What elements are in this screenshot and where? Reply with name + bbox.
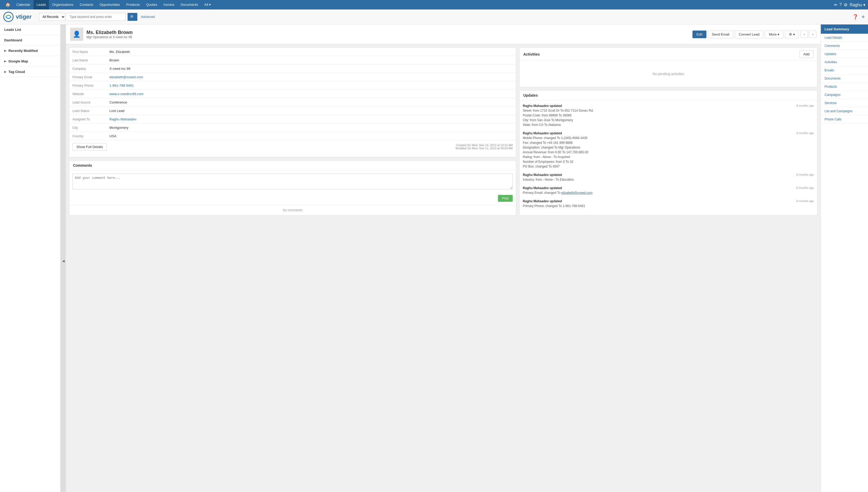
table-row: Websitewww.x-ceedinc99.com [69,90,516,98]
tag-cloud-arrow: ▶ [4,70,6,73]
right-sidebar-item[interactable]: Emails [821,66,868,75]
add-activity-button[interactable]: Add [799,50,814,58]
sidebar-item-tag-cloud[interactable]: ▶ Tag Cloud [0,67,61,77]
update-detail: Industry: from --None-- To Education [523,177,814,182]
sidebar-section-leads-list: Leads List [0,24,61,35]
update-detail: Primary Phone: changed To 1-961-788-5461 [523,204,814,208]
logo: vtiger [3,11,32,22]
table-row: Lead SourceConference [69,98,516,107]
field-value[interactable]: 1-961-788-5461 [106,81,516,90]
right-sidebar-header: Lead Summary [821,24,868,34]
show-full-details-button[interactable]: Show Full Details [72,143,107,151]
field-label: Company [69,65,106,73]
field-value[interactable]: www.x-ceedinc99.com [106,90,516,98]
convert-lead-button[interactable]: Convert Lead [735,30,764,38]
right-sidebar-item[interactable]: Activities [821,58,868,66]
nav-item-quotes[interactable]: Quotes [143,0,160,9]
home-icon[interactable]: 🏠 [3,0,13,9]
user-menu[interactable]: Raghu ▾ [849,2,865,7]
sidebar-item-recently-modified[interactable]: ▶ Recently Modified [0,46,61,56]
table-row: Assigned ToRaghu Mahaadev [69,115,516,124]
advanced-search-link[interactable]: Advanced [141,15,155,19]
next-record-button[interactable]: › [809,30,816,38]
nav-item-organizations[interactable]: Organizations [49,0,76,9]
update-detail: Primary Email: changed To elizabeth@xcee… [523,191,814,195]
field-value[interactable]: Raghu Mahaadev [106,115,516,124]
right-sidebar-item[interactable]: Services [821,99,868,107]
nav-item-invoice[interactable]: Invoice [160,0,178,9]
nav-item-leads[interactable]: Leads [33,0,49,9]
record-header: 👤 Ms. Elizabeth Brown Mgr Operations at … [66,24,821,44]
update-entry: Raghu Mahaadev updated6 months agoIndust… [523,173,814,182]
right-sidebar-item[interactable]: Phone Calls [821,115,868,124]
update-detail: PO Box: changed To 4567 [523,164,814,169]
post-comment-button[interactable]: Post [498,195,513,202]
help-icon[interactable]: ? [840,2,842,7]
update-detail: Fax: changed To +44 161 999 8888 [523,140,814,145]
sidebar-section-recently-modified: ▶ Recently Modified [0,46,61,56]
update-entry: Raghu Mahaadev updated4 months agoStreet… [523,103,814,127]
edit-icon[interactable]: ✏ [834,2,838,7]
modified-on-text: Modified On Mon, Nov 11, 2013 at 09:03 A… [72,147,513,150]
edit-button[interactable]: Edit [693,30,706,38]
activities-content: No pending activities [519,61,817,87]
sidebar-item-google-map[interactable]: ▶ Google Map [0,56,61,66]
content-area: 👤 Ms. Elizabeth Brown Mgr Operations at … [66,24,821,492]
sidebar-collapse-button[interactable]: ◀ [61,24,66,492]
right-sidebar-item[interactable]: List and Campaigns [821,107,868,115]
record-title: Ms. Elizabeth Brown Mgr Operations at X-… [87,30,133,39]
nav-item-calendar[interactable]: Calendar [13,0,33,9]
nav-item-contacts[interactable]: Contacts [76,0,96,9]
main-layout: Leads List Dashboard ▶ Recently Modified… [0,24,868,492]
nav-item-all[interactable]: All ▾ [201,0,214,9]
svg-point-0 [4,12,13,22]
field-value: Brown [106,56,516,65]
details-panel: First NameMs. ElizabethLast NameBrownCom… [69,47,516,157]
field-value[interactable]: elizabeth@xceed.com [106,73,516,81]
table-row: Last NameBrown [69,56,516,65]
field-label: Lead Source [69,98,106,107]
prev-record-button[interactable]: ‹ [800,30,808,38]
top-navigation: 🏠 Calendar Leads Organizations Contacts … [0,0,868,9]
search-bar-right-icons: ❓ + [852,14,865,20]
help-circle-icon[interactable]: ❓ [852,14,858,20]
sidebar-item-dashboard[interactable]: Dashboard [0,35,61,45]
right-sidebar-item[interactable]: Lead Details [821,34,868,42]
comment-textarea[interactable] [72,174,513,189]
update-time: 6 months ago [796,173,814,177]
right-sidebar-item[interactable]: Updates [821,50,868,58]
field-label: Primary Phone [69,81,106,90]
update-entry: Raghu Mahaadev updated4 months agoMobile… [523,131,814,169]
send-email-button[interactable]: Send Email [708,30,733,38]
field-value: Lost Lead [106,107,516,115]
search-button[interactable]: 🔍 [127,13,137,21]
right-sidebar-item[interactable]: Products [821,83,868,91]
tag-cloud-label: Tag Cloud [8,70,25,74]
nav-item-opportunities[interactable]: Opportunities [96,0,123,9]
record-subtitle: Mgr Operations at X-ceed inc 99 [87,35,133,39]
update-time: 4 months ago [796,103,814,108]
update-detail: Annual Revenue: from 0.00 To 147,700,665… [523,150,814,155]
recently-modified-label: Recently Modified [8,49,38,53]
add-icon[interactable]: + [862,14,865,20]
table-row: CompanyX-ceed inc 99 [69,65,516,73]
update-detail: Street: from 1715 Scott Dr To 652-7114 D… [523,108,814,113]
wrench-button[interactable]: ⚙ ▾ [785,30,799,38]
nav-item-products[interactable]: Products [123,0,143,9]
search-scope-select[interactable]: All Records [39,13,65,21]
header-actions: Edit Send Email Convert Lead More ▾ ⚙ ▾ … [693,30,816,38]
update-entry: Raghu Mahaadev updated6 months agoPrimar… [523,186,814,195]
settings-icon[interactable]: ⚙ [844,2,847,7]
sidebar-item-leads-list[interactable]: Leads List [0,24,61,35]
search-input[interactable] [68,13,125,21]
field-label: City [69,124,106,132]
nav-item-documents[interactable]: Documents [178,0,201,9]
right-sidebar-item[interactable]: Comments [821,42,868,50]
field-label: Assigned To [69,115,106,124]
updater-name: Raghu Mahaadev updated [523,103,562,108]
right-sidebar-item[interactable]: Documents [821,75,868,83]
right-sidebar-item[interactable]: Campaigns [821,91,868,99]
more-button[interactable]: More ▾ [765,30,783,38]
activities-header: Activities Add [519,48,817,61]
field-label: Last Name [69,56,106,65]
